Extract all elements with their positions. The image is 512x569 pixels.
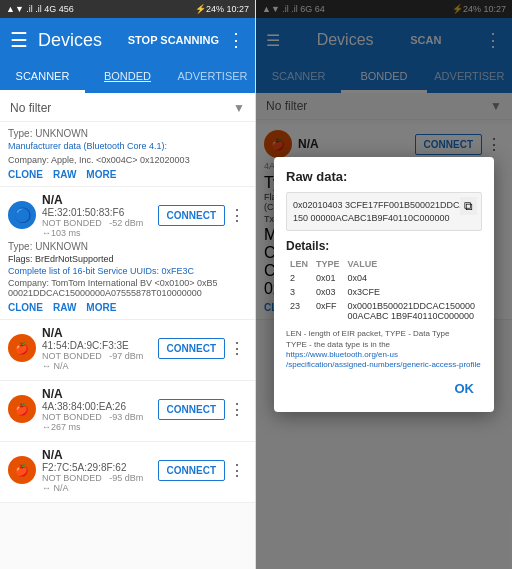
device-row: 🍎 N/A 41:54:DA:9C:F3:3E NOT BONDED -97 d… [8,326,247,371]
raw-link[interactable]: RAW [53,302,76,313]
table-row: 23 0xFF 0x0001B500021DDCAC15000000ACABC … [286,299,482,323]
device-left: 🍎 N/A 41:54:DA:9C:F3:3E NOT BONDED -97 d… [8,326,158,371]
filter-bar-left: No filter ▼ [0,95,255,122]
device-avatar: 🍎 [8,395,36,423]
device-type: Type: UNKNOWN [8,241,247,252]
details-title: Details: [286,239,482,253]
device-info: N/A 4A:38:84:00:EA:26 NOT BONDED -93 dBm… [42,387,158,432]
list-item: Type: UNKNOWN Manufacturer data (Bluetoo… [0,122,255,187]
cell-len: 2 [286,271,312,285]
cell-len: 3 [286,285,312,299]
col-value: VALUE [344,257,482,271]
device-flags: Flags: BrEdrNotSupported [8,254,247,264]
device-actions: CLONE RAW MORE [8,302,247,313]
device-mac: 4A:38:84:00:EA:26 [42,401,158,412]
left-status-left: ▲▼ .il .il 4G 456 [6,4,74,14]
device-row: 🍎 N/A 4A:38:84:00:EA:26 NOT BONDED -93 d… [8,387,247,432]
tab-scanner-left[interactable]: SCANNER [0,62,85,93]
list-item: 🔵 N/A 4E:32:01:50:83:F6 NOT BONDED -52 d… [0,187,255,320]
details-link[interactable]: https://www.bluetooth.org/en-us /specifi… [286,350,481,369]
cell-value: 0x0001B500021DDCAC15000000ACABC 1B9F4011… [344,299,482,323]
device-more-button[interactable]: ⋮ [227,461,247,480]
list-item: 🍎 N/A 4A:38:84:00:EA:26 NOT BONDED -93 d… [0,381,255,442]
details-table: LEN TYPE VALUE 2 0x01 0x04 3 0x03 0x3CFE [286,257,482,323]
device-left: 🍎 N/A F2:7C:5A:29:8F:62 NOT BONDED -95 d… [8,448,158,493]
device-info: N/A F2:7C:5A:29:8F:62 NOT BONDED -95 dBm… [42,448,158,493]
col-len: LEN [286,257,312,271]
device-type: Type: UNKNOWN [8,128,247,139]
col-type: TYPE [312,257,344,271]
device-mac: F2:7C:5A:29:8F:62 [42,462,158,473]
list-item: 🍎 N/A 41:54:DA:9C:F3:3E NOT BONDED -97 d… [0,320,255,381]
device-info: N/A 4E:32:01:50:83:F6 NOT BONDED -52 dBm… [42,193,158,238]
menu-icon[interactable]: ☰ [10,28,28,52]
device-company: Company: Apple, Inc. <0x004C> 0x12020003 [8,155,247,165]
device-status: NOT BONDED -95 dBm ↔ N/A [42,473,158,493]
left-header: ☰ Devices STOP SCANNING ⋮ [0,18,255,62]
device-mac: 4E:32:01:50:83:F6 [42,207,158,218]
connect-button[interactable]: CONNECT [158,399,225,420]
modal-raw-box: 0x02010403 3CFE17FF001B500021DDCAC150 00… [286,192,482,231]
device-status: NOT BONDED -52 dBm ↔103 ms [42,218,158,238]
device-avatar: 🍎 [8,334,36,362]
tab-advertiser-left[interactable]: ADVERTISER [170,62,255,93]
cell-len: 23 [286,299,312,323]
device-uuid: Complete list of 16-bit Service UUIDs: 0… [8,266,247,276]
cell-value: 0x3CFE [344,285,482,299]
left-status-bar: ▲▼ .il .il 4G 456 ⚡24% 10:27 [0,0,255,18]
device-avatar: 🍎 [8,456,36,484]
device-name: N/A [42,448,158,462]
clone-link[interactable]: CLONE [8,169,43,180]
copy-button[interactable]: ⧉ [460,197,477,215]
cell-type: 0x03 [312,285,344,299]
stop-scan-button[interactable]: STOP SCANNING [128,34,219,46]
device-mac: 41:54:DA:9C:F3:3E [42,340,158,351]
cell-type: 0xFF [312,299,344,323]
details-note: LEN - length of EIR packet, TYPE - Data … [286,329,482,371]
modal-overlay: Raw data: 0x02010403 3CFE17FF001B500021D… [256,0,512,569]
device-mfr: Manufacturer data (Bluetooth Core 4.1): [8,141,247,153]
more-link[interactable]: MORE [86,169,116,180]
raw-hex-text: 0x02010403 3CFE17FF001B500021DDCAC150 00… [293,200,472,223]
device-row: 🍎 N/A F2:7C:5A:29:8F:62 NOT BONDED -95 d… [8,448,247,493]
device-name: N/A [42,326,158,340]
device-more-button[interactable]: ⋮ [227,400,247,419]
device-name: N/A [42,193,158,207]
device-left: 🍎 N/A 4A:38:84:00:EA:26 NOT BONDED -93 d… [8,387,158,432]
device-status: NOT BONDED -93 dBm ↔267 ms [42,412,158,432]
device-info: N/A 41:54:DA:9C:F3:3E NOT BONDED -97 dBm… [42,326,158,371]
modal-title: Raw data: [286,169,482,184]
clone-link[interactable]: CLONE [8,302,43,313]
connect-button[interactable]: CONNECT [158,205,225,226]
table-row: 3 0x03 0x3CFE [286,285,482,299]
filter-label-left: No filter [10,101,51,115]
left-status-right: ⚡24% 10:27 [195,4,249,14]
device-company: Company: TomTom International BV <0x0100… [8,278,247,298]
device-avatar: 🔵 [8,201,36,229]
device-left: 🔵 N/A 4E:32:01:50:83:F6 NOT BONDED -52 d… [8,193,158,238]
device-row: 🔵 N/A 4E:32:01:50:83:F6 NOT BONDED -52 d… [8,193,247,238]
raw-data-modal: Raw data: 0x02010403 3CFE17FF001B500021D… [274,157,494,412]
left-panel: ▲▼ .il .il 4G 456 ⚡24% 10:27 ☰ Devices S… [0,0,256,569]
device-actions: CLONE RAW MORE [8,169,247,180]
list-item: 🍎 N/A F2:7C:5A:29:8F:62 NOT BONDED -95 d… [0,442,255,503]
table-row: 2 0x01 0x04 [286,271,482,285]
filter-arrow-left[interactable]: ▼ [233,101,245,115]
right-panel: ▲▼ .il .il 6G 64 ⚡24% 10:27 ☰ Devices SC… [256,0,512,569]
ok-button[interactable]: OK [447,377,483,400]
connect-button[interactable]: CONNECT [158,338,225,359]
left-tabs: SCANNER BONDED ADVERTISER [0,62,255,95]
device-name: N/A [42,387,158,401]
left-more-icon[interactable]: ⋮ [227,29,245,51]
left-device-list: Type: UNKNOWN Manufacturer data (Bluetoo… [0,122,255,569]
device-more-button[interactable]: ⋮ [227,206,247,225]
device-status: NOT BONDED -97 dBm ↔ N/A [42,351,158,371]
more-link[interactable]: MORE [86,302,116,313]
device-more-button[interactable]: ⋮ [227,339,247,358]
raw-link[interactable]: RAW [53,169,76,180]
left-title: Devices [38,30,128,51]
cell-type: 0x01 [312,271,344,285]
tab-bonded-left[interactable]: BONDED [85,62,170,93]
cell-value: 0x04 [344,271,482,285]
connect-button[interactable]: CONNECT [158,460,225,481]
